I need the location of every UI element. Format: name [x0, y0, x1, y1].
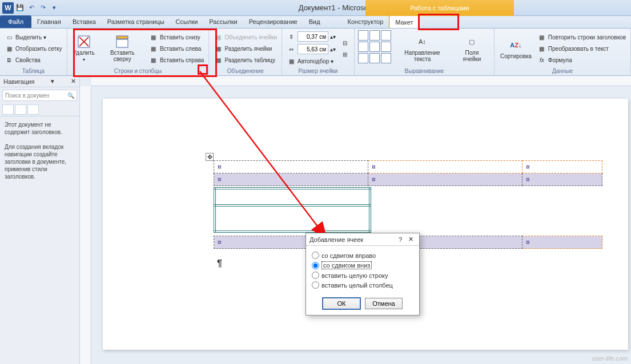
insert-left-button[interactable]: ▦Вставить слева [148, 43, 205, 54]
text-direction-icon: A↕ [415, 35, 429, 48]
tab-insert[interactable]: Вставка [67, 15, 102, 28]
distribute-rows-button[interactable]: ⊟ [339, 38, 351, 48]
dialog-close-icon[interactable]: ✕ [405, 236, 416, 243]
group-table: ▭Выделить▾ ▦Отобразить сетку 🗎Свойства Т… [0, 29, 67, 75]
document-table-teal[interactable] [214, 187, 371, 233]
tab-references[interactable]: Ссылки [170, 15, 204, 28]
delete-button[interactable]: Удалить▾ [71, 30, 97, 67]
nav-header: Навигация ▾ ✕ [0, 76, 79, 87]
select-button[interactable]: ▭Выделить▾ [3, 32, 63, 42]
vertical-ruler[interactable] [80, 86, 91, 364]
group-rows-cols: Удалить▾ Вставить сверху ▦Вставить снизу… [67, 29, 210, 75]
distribute-cols-button[interactable]: ⊞ [339, 49, 351, 59]
group-merge: ▦Объединить ячейки ▦Разделить ячейки ▦Ра… [209, 29, 282, 75]
group-table-label: Таблица [3, 67, 63, 75]
ribbon: ▭Выделить▾ ▦Отобразить сетку 🗎Свойства Т… [0, 29, 631, 76]
radio-entire-row[interactable]: вставить целую строку [312, 270, 413, 280]
paragraph-mark: ¶ [217, 258, 222, 269]
group-rows-label: Строки и столбцы [71, 67, 206, 75]
dialog-body: со сдвигом вправо со сдвигом вниз встави… [306, 246, 419, 294]
nav-message: Этот документ не содержит заголовков. Дл… [0, 116, 79, 185]
tab-table-layout[interactable]: Макет [389, 15, 419, 28]
document-table[interactable]: ¤¤¤ ¤¤¤ [214, 160, 602, 186]
redo-icon[interactable]: ↷ [38, 3, 48, 13]
gridlines-button[interactable]: ▦Отобразить сетку [3, 43, 63, 54]
svg-rect-3 [116, 39, 128, 47]
split-table-button[interactable]: ▦Разделить таблицу [212, 55, 278, 65]
group-merge-label: Объединение [212, 67, 278, 75]
group-cell-size: ⇕▴▾ ⇔▴▾ ▦Автоподбор▾ ⊟ ⊞ Размер ячейки [282, 29, 355, 75]
ribbon-tabs: Файл Главная Вставка Разметка страницы С… [0, 16, 631, 29]
formula-button[interactable]: fxФормула [536, 55, 627, 65]
tab-table-design[interactable]: Конструктор [342, 15, 389, 28]
cancel-button[interactable]: Отмена [365, 298, 403, 309]
quick-access-toolbar: W 💾 ↶ ↷ ▾ [0, 2, 59, 14]
dialog-help-icon[interactable]: ? [395, 236, 405, 243]
insert-below-button[interactable]: ▦Вставить снизу [148, 32, 205, 42]
group-alignment: A↕ Направление текста ▢ Поля ячейки Выра… [355, 29, 495, 75]
alignment-grid[interactable] [358, 30, 391, 67]
group-align-label: Выравнивание [358, 67, 491, 75]
cell-margins-button[interactable]: ▢ Поля ячейки [453, 30, 491, 67]
radio-entire-col[interactable]: вставить целый столбец [312, 280, 413, 290]
tab-home[interactable]: Главная [31, 15, 67, 28]
insert-above-button[interactable]: Вставить сверху [99, 30, 146, 67]
qat-more-icon[interactable]: ▾ [49, 3, 59, 13]
tab-page-layout[interactable]: Разметка страницы [102, 15, 170, 28]
search-icon: 🔍 [67, 92, 74, 99]
properties-button[interactable]: 🗎Свойства [3, 55, 63, 65]
nav-search-input[interactable]: Поиск в докумен 🔍 [2, 90, 77, 101]
ok-button[interactable]: ОК [323, 298, 360, 309]
document-area: Навигация ▾ ✕ Поиск в докумен 🔍 Этот док… [0, 76, 631, 364]
radio-shift-right[interactable]: со сдвигом вправо [312, 250, 413, 260]
tab-file[interactable]: Файл [0, 15, 31, 28]
dialog-title: Добавление ячеек [310, 236, 363, 243]
tab-view[interactable]: Вид [303, 15, 326, 28]
margins-icon: ▢ [465, 35, 479, 48]
insert-above-icon [115, 35, 129, 48]
editor-area: ✥ ¤¤¤ ¤¤¤ ¤¤ ¶ [80, 76, 631, 364]
app-icon[interactable]: W [2, 2, 14, 14]
merge-cells-button[interactable]: ▦Объединить ячейки [212, 32, 278, 42]
undo-icon[interactable]: ↶ [26, 3, 37, 13]
sort-icon: AZ↓ [509, 38, 523, 52]
svg-rect-4 [116, 36, 128, 39]
col-width-input[interactable]: ⇔▴▾ [286, 43, 337, 55]
table-move-handle[interactable]: ✥ [206, 153, 214, 161]
nav-close-icon[interactable]: ✕ [71, 78, 76, 85]
contextual-tab-title: Работа с таблицами [365, 0, 514, 16]
autofit-button[interactable]: ▦Автоподбор▾ [286, 56, 337, 66]
titlebar: W 💾 ↶ ↷ ▾ Документ1 - Microsoft Word Раб… [0, 0, 631, 16]
insert-right-button[interactable]: ▦Вставить справа [148, 55, 205, 65]
convert-text-button[interactable]: ▦Преобразовать в текст [536, 43, 627, 54]
dialog-titlebar[interactable]: Добавление ячеек ? ✕ [306, 233, 419, 246]
window-title: Документ1 - Microsoft Word [59, 3, 631, 12]
insert-cells-dialog: Добавление ячеек ? ✕ со сдвигом вправо с… [306, 233, 420, 316]
nav-dropdown-icon[interactable]: ▾ [51, 78, 54, 85]
repeat-header-button[interactable]: ▦Повторить строки заголовков [536, 32, 627, 42]
group-size-label: Размер ячейки [286, 67, 351, 75]
horizontal-ruler[interactable] [91, 76, 631, 86]
delete-icon [77, 35, 91, 48]
sort-button[interactable]: AZ↓ Сортировка [498, 30, 534, 67]
group-data-label: Данные [498, 67, 627, 75]
watermark: user-life.com [592, 355, 628, 362]
tab-mailings[interactable]: Рассылки [203, 15, 243, 28]
group-data: AZ↓ Сортировка ▦Повторить строки заголов… [495, 29, 631, 75]
row-height-input[interactable]: ⇕▴▾ [286, 31, 337, 42]
navigation-pane: Навигация ▾ ✕ Поиск в докумен 🔍 Этот док… [0, 76, 80, 364]
split-cells-button[interactable]: ▦Разделить ячейки [212, 43, 278, 54]
nav-view-tabs[interactable] [0, 103, 79, 116]
radio-shift-down[interactable]: со сдвигом вниз [312, 260, 413, 270]
save-icon[interactable]: 💾 [15, 3, 25, 13]
tab-review[interactable]: Рецензирование [243, 15, 303, 28]
text-direction-button[interactable]: A↕ Направление текста [393, 30, 451, 67]
